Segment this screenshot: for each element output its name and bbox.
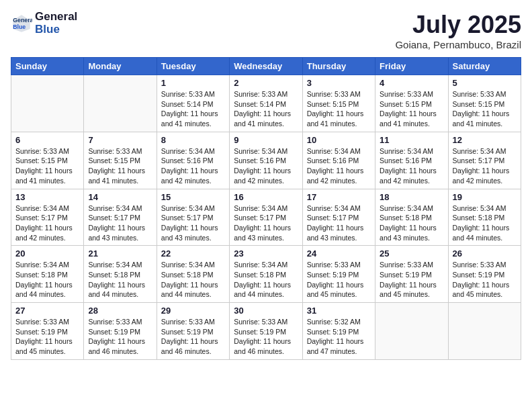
cell-info: Sunrise: 5:34 AM Sunset: 5:16 PM Dayligh… bbox=[161, 146, 225, 186]
cell-info: Sunrise: 5:34 AM Sunset: 5:16 PM Dayligh… bbox=[307, 146, 371, 186]
table-row: 7Sunrise: 5:33 AM Sunset: 5:15 PM Daylig… bbox=[84, 132, 157, 189]
title-block: July 2025 Goiana, Pernambuco, Brazil bbox=[395, 11, 521, 50]
svg-text:Blue: Blue bbox=[13, 24, 26, 30]
col-tuesday: Tuesday bbox=[157, 58, 229, 75]
cell-info: Sunrise: 5:34 AM Sunset: 5:17 PM Dayligh… bbox=[88, 203, 152, 243]
cell-info: Sunrise: 5:34 AM Sunset: 5:18 PM Dayligh… bbox=[161, 260, 225, 300]
table-row: 25Sunrise: 5:33 AM Sunset: 5:19 PM Dayli… bbox=[375, 246, 448, 303]
cell-info: Sunrise: 5:34 AM Sunset: 5:18 PM Dayligh… bbox=[15, 260, 79, 300]
day-number: 28 bbox=[88, 306, 152, 316]
day-number: 6 bbox=[15, 135, 79, 145]
cell-info: Sunrise: 5:33 AM Sunset: 5:14 PM Dayligh… bbox=[161, 89, 225, 129]
table-row: 14Sunrise: 5:34 AM Sunset: 5:17 PM Dayli… bbox=[84, 189, 157, 246]
table-row: 27Sunrise: 5:33 AM Sunset: 5:19 PM Dayli… bbox=[11, 303, 84, 360]
cell-info: Sunrise: 5:34 AM Sunset: 5:17 PM Dayligh… bbox=[307, 203, 371, 243]
table-row: 15Sunrise: 5:34 AM Sunset: 5:17 PM Dayli… bbox=[157, 189, 229, 246]
cell-info: Sunrise: 5:33 AM Sunset: 5:15 PM Dayligh… bbox=[453, 89, 517, 129]
logo-general: General bbox=[35, 11, 77, 24]
page-header: General Blue General Blue July 2025 Goia… bbox=[11, 11, 521, 50]
cell-info: Sunrise: 5:33 AM Sunset: 5:14 PM Dayligh… bbox=[234, 89, 298, 129]
calendar-table: Sunday Monday Tuesday Wednesday Thursday… bbox=[11, 57, 521, 360]
logo-icon: General Blue bbox=[11, 13, 32, 34]
day-number: 19 bbox=[453, 192, 517, 202]
day-number: 23 bbox=[234, 248, 298, 259]
table-row: 21Sunrise: 5:34 AM Sunset: 5:18 PM Dayli… bbox=[84, 246, 157, 303]
cell-info: Sunrise: 5:33 AM Sunset: 5:19 PM Dayligh… bbox=[453, 260, 517, 300]
table-row: 22Sunrise: 5:34 AM Sunset: 5:18 PM Dayli… bbox=[157, 246, 229, 303]
table-row: 5Sunrise: 5:33 AM Sunset: 5:15 PM Daylig… bbox=[448, 75, 521, 132]
table-row: 8Sunrise: 5:34 AM Sunset: 5:16 PM Daylig… bbox=[157, 132, 229, 189]
logo: General Blue General Blue bbox=[11, 11, 77, 36]
table-row: 16Sunrise: 5:34 AM Sunset: 5:17 PM Dayli… bbox=[230, 189, 302, 246]
table-row: 13Sunrise: 5:34 AM Sunset: 5:17 PM Dayli… bbox=[11, 189, 84, 246]
cell-info: Sunrise: 5:34 AM Sunset: 5:17 PM Dayligh… bbox=[15, 203, 79, 243]
table-row: 31Sunrise: 5:32 AM Sunset: 5:19 PM Dayli… bbox=[302, 303, 375, 360]
day-number: 9 bbox=[234, 135, 298, 145]
table-row: 17Sunrise: 5:34 AM Sunset: 5:17 PM Dayli… bbox=[302, 189, 375, 246]
cell-info: Sunrise: 5:33 AM Sunset: 5:19 PM Dayligh… bbox=[15, 317, 79, 357]
col-wednesday: Wednesday bbox=[230, 58, 302, 75]
cell-info: Sunrise: 5:34 AM Sunset: 5:16 PM Dayligh… bbox=[234, 146, 298, 186]
day-number: 17 bbox=[307, 192, 371, 202]
table-row: 26Sunrise: 5:33 AM Sunset: 5:19 PM Dayli… bbox=[448, 246, 521, 303]
day-number: 15 bbox=[161, 192, 225, 202]
day-number: 2 bbox=[234, 78, 298, 88]
col-thursday: Thursday bbox=[302, 58, 375, 75]
calendar-week-row: 27Sunrise: 5:33 AM Sunset: 5:19 PM Dayli… bbox=[11, 303, 521, 360]
calendar-header-row: Sunday Monday Tuesday Wednesday Thursday… bbox=[11, 58, 521, 75]
calendar-week-row: 20Sunrise: 5:34 AM Sunset: 5:18 PM Dayli… bbox=[11, 246, 521, 303]
table-row: 24Sunrise: 5:33 AM Sunset: 5:19 PM Dayli… bbox=[302, 246, 375, 303]
table-row: 29Sunrise: 5:33 AM Sunset: 5:19 PM Dayli… bbox=[157, 303, 229, 360]
table-row: 20Sunrise: 5:34 AM Sunset: 5:18 PM Dayli… bbox=[11, 246, 84, 303]
table-row: 30Sunrise: 5:33 AM Sunset: 5:19 PM Dayli… bbox=[230, 303, 302, 360]
table-row: 18Sunrise: 5:34 AM Sunset: 5:18 PM Dayli… bbox=[375, 189, 448, 246]
day-number: 14 bbox=[88, 192, 152, 202]
table-row bbox=[448, 303, 521, 360]
table-row: 4Sunrise: 5:33 AM Sunset: 5:15 PM Daylig… bbox=[375, 75, 448, 132]
day-number: 3 bbox=[307, 78, 371, 88]
calendar-week-row: 6Sunrise: 5:33 AM Sunset: 5:15 PM Daylig… bbox=[11, 132, 521, 189]
month-title: July 2025 bbox=[395, 11, 521, 39]
cell-info: Sunrise: 5:34 AM Sunset: 5:18 PM Dayligh… bbox=[380, 203, 443, 243]
cell-info: Sunrise: 5:34 AM Sunset: 5:17 PM Dayligh… bbox=[453, 146, 517, 186]
calendar-week-row: 13Sunrise: 5:34 AM Sunset: 5:17 PM Dayli… bbox=[11, 189, 521, 246]
cell-info: Sunrise: 5:32 AM Sunset: 5:19 PM Dayligh… bbox=[307, 317, 371, 357]
cell-info: Sunrise: 5:33 AM Sunset: 5:15 PM Dayligh… bbox=[15, 146, 79, 186]
col-sunday: Sunday bbox=[11, 58, 84, 75]
day-number: 16 bbox=[234, 192, 298, 202]
table-row: 19Sunrise: 5:34 AM Sunset: 5:18 PM Dayli… bbox=[448, 189, 521, 246]
cell-info: Sunrise: 5:34 AM Sunset: 5:17 PM Dayligh… bbox=[234, 203, 298, 243]
logo-text: General Blue bbox=[35, 11, 77, 36]
day-number: 20 bbox=[15, 248, 79, 259]
cell-info: Sunrise: 5:33 AM Sunset: 5:19 PM Dayligh… bbox=[380, 260, 443, 300]
day-number: 24 bbox=[307, 248, 371, 259]
day-number: 10 bbox=[307, 135, 371, 145]
day-number: 11 bbox=[380, 135, 443, 145]
day-number: 30 bbox=[234, 306, 298, 316]
location-subtitle: Goiana, Pernambuco, Brazil bbox=[395, 39, 521, 50]
day-number: 31 bbox=[307, 306, 371, 316]
cell-info: Sunrise: 5:34 AM Sunset: 5:16 PM Dayligh… bbox=[380, 146, 443, 186]
table-row bbox=[11, 75, 84, 132]
cell-info: Sunrise: 5:33 AM Sunset: 5:19 PM Dayligh… bbox=[88, 317, 152, 357]
col-saturday: Saturday bbox=[448, 58, 521, 75]
day-number: 12 bbox=[453, 135, 517, 145]
table-row: 11Sunrise: 5:34 AM Sunset: 5:16 PM Dayli… bbox=[375, 132, 448, 189]
day-number: 29 bbox=[161, 306, 225, 316]
col-friday: Friday bbox=[375, 58, 448, 75]
table-row: 6Sunrise: 5:33 AM Sunset: 5:15 PM Daylig… bbox=[11, 132, 84, 189]
cell-info: Sunrise: 5:33 AM Sunset: 5:15 PM Dayligh… bbox=[380, 89, 443, 129]
day-number: 26 bbox=[453, 248, 517, 259]
calendar-week-row: 1Sunrise: 5:33 AM Sunset: 5:14 PM Daylig… bbox=[11, 75, 521, 132]
day-number: 7 bbox=[88, 135, 152, 145]
table-row: 10Sunrise: 5:34 AM Sunset: 5:16 PM Dayli… bbox=[302, 132, 375, 189]
cell-info: Sunrise: 5:33 AM Sunset: 5:15 PM Dayligh… bbox=[307, 89, 371, 129]
day-number: 13 bbox=[15, 192, 79, 202]
day-number: 5 bbox=[453, 78, 517, 88]
cell-info: Sunrise: 5:33 AM Sunset: 5:19 PM Dayligh… bbox=[307, 260, 371, 300]
day-number: 22 bbox=[161, 248, 225, 259]
day-number: 18 bbox=[380, 192, 443, 202]
logo-blue: Blue bbox=[35, 24, 77, 36]
day-number: 21 bbox=[88, 248, 152, 259]
svg-text:General: General bbox=[13, 17, 32, 24]
